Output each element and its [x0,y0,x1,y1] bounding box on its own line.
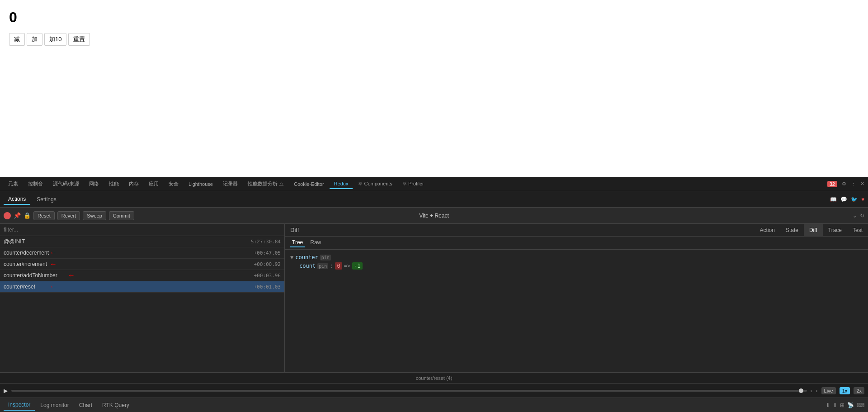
increment-button[interactable]: 加 [27,33,42,46]
counter-buttons: 减 加 加10 重置 [9,33,859,46]
counter-display: 0 [9,9,859,26]
add10-button[interactable]: 加10 [44,33,66,46]
decrement-button[interactable]: 减 [9,33,25,46]
app-area: 0 减 加 加10 重置 [0,0,868,176]
reset-button[interactable]: 重置 [68,33,90,46]
